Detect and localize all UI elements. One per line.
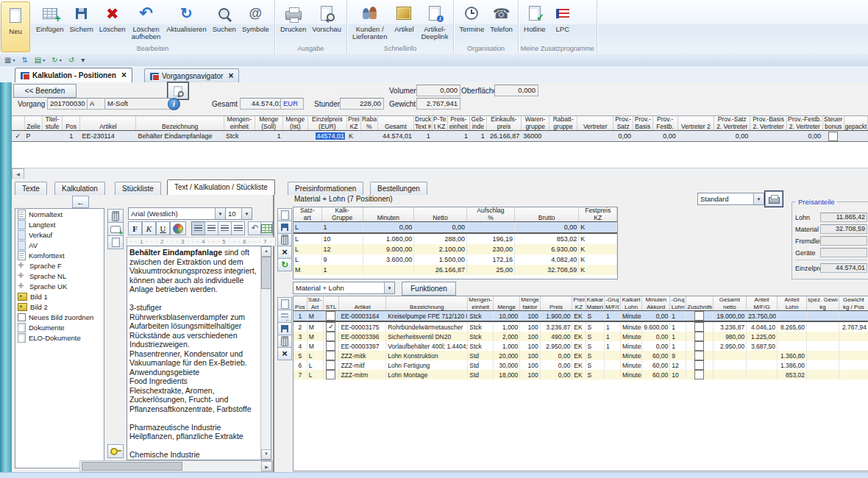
cell[interactable]: Stck (468, 311, 494, 322)
cell[interactable]: L (294, 254, 321, 265)
cell[interactable] (839, 311, 868, 322)
column-header[interactable]: Satz-Art (307, 296, 323, 311)
cell[interactable]: 9 (670, 351, 686, 360)
info-icon[interactable]: i (168, 98, 180, 110)
column-header[interactable]: Mengen-einheit (224, 116, 255, 131)
cell[interactable] (839, 332, 868, 341)
ribbon-button-printer[interactable]: Drucken (277, 0, 309, 34)
cell[interactable]: 12 (321, 244, 363, 254)
cell[interactable] (713, 351, 747, 360)
cell[interactable]: 60,00 (642, 360, 670, 370)
cell[interactable] (633, 131, 652, 142)
cell[interactable] (686, 370, 713, 379)
cell[interactable]: K (579, 222, 617, 234)
cell[interactable]: 8.265,60 (778, 321, 807, 332)
column-header[interactable]: FestpreisKZ (579, 207, 617, 222)
cell[interactable]: 0,00 (363, 222, 414, 234)
cell[interactable] (844, 131, 867, 142)
cell[interactable]: 4.046,10 (747, 321, 778, 332)
cell[interactable] (686, 311, 713, 322)
column-header[interactable]: Waren-gruppe (522, 116, 549, 131)
cell[interactable]: S (586, 311, 605, 322)
column-header[interactable]: Prov.-Satz2. Vertreter (714, 116, 750, 131)
cell[interactable] (839, 341, 868, 351)
preset-combo[interactable]: Standard▼ (697, 193, 764, 205)
checkbox[interactable] (694, 370, 704, 379)
cell[interactable]: Rohrbündelwärmetauscher (386, 321, 468, 332)
checkbox[interactable] (326, 311, 335, 321)
text-panel-hscrollbar[interactable]: ▶ (79, 460, 273, 472)
cell[interactable] (713, 360, 747, 370)
cell[interactable]: 10,000 (493, 311, 519, 322)
cell[interactable]: M (307, 321, 323, 332)
cell[interactable] (323, 321, 339, 332)
close-icon[interactable] (228, 73, 233, 80)
cell[interactable]: 2.767,94 (839, 321, 868, 332)
cell[interactable]: 1.386,00 (778, 360, 807, 370)
cell[interactable]: 100 (520, 321, 540, 332)
cell[interactable]: 20,000 (493, 351, 519, 360)
column-header[interactable]: -GruppM/F/G (605, 296, 621, 311)
ribbon-button-pagecheck[interactable]: Hotline (521, 0, 549, 34)
recalc-button[interactable] (277, 258, 292, 271)
cell[interactable] (807, 311, 839, 322)
cell[interactable] (432, 131, 447, 142)
cell[interactable]: 0,00 (652, 131, 677, 142)
cell[interactable]: 100 (520, 332, 540, 341)
scroll-left-icon[interactable]: ◀ (12, 168, 24, 179)
cell[interactable]: 196,19 (466, 233, 514, 244)
cell[interactable]: 1 (469, 131, 486, 142)
cell[interactable]: S (586, 351, 605, 360)
new-detail-row-button[interactable] (277, 297, 292, 310)
cell[interactable] (778, 341, 807, 351)
checkbox[interactable] (326, 351, 335, 360)
cell[interactable]: M (307, 311, 323, 322)
sync-button[interactable]: ↺ (67, 55, 76, 65)
insert-table-button[interactable] (260, 221, 273, 235)
cell[interactable] (807, 341, 839, 351)
cell[interactable]: 230,00 (466, 244, 514, 254)
column-header[interactable]: Kalk-Gruppe (321, 207, 363, 222)
cell[interactable]: 1 (294, 311, 307, 322)
cell[interactable] (323, 311, 339, 322)
cell[interactable]: Std (468, 351, 494, 360)
cell[interactable]: 100 (520, 311, 540, 322)
align-right-button[interactable] (218, 221, 232, 235)
cell[interactable]: EE-230114 (80, 131, 136, 142)
column-header[interactable]: Steuer-bonus (823, 116, 844, 131)
cell[interactable]: EE-00003397 (339, 341, 386, 351)
cell[interactable]: 1 (605, 311, 621, 322)
column-header[interactable]: Pos (294, 296, 307, 311)
delete-row-button[interactable] (277, 233, 292, 246)
column-header[interactable]: STL (323, 296, 339, 311)
cell[interactable]: 1 (605, 321, 621, 332)
ribbon-button-refreshbig[interactable]: Aktualisieren (163, 0, 209, 34)
cell[interactable]: L (307, 351, 323, 360)
cell[interactable] (807, 370, 839, 379)
cell[interactable] (686, 332, 713, 341)
cell[interactable]: 5 (294, 351, 307, 360)
cell[interactable]: Sicherheitsventil DN20 (386, 332, 468, 341)
cell[interactable]: 0,00 (540, 370, 572, 379)
cell[interactable]: 3.236,87 (540, 321, 572, 332)
ribbon-button-tableadd[interactable]: Einfügen (33, 0, 67, 34)
italic-button[interactable]: K (142, 221, 156, 235)
cell[interactable]: 0,00 (540, 360, 572, 370)
cell[interactable]: 1 (605, 332, 621, 341)
table-row[interactable]: 3MEE-00003396Sicherheitsventil DN20Stck2… (294, 332, 868, 341)
cell[interactable] (747, 351, 778, 360)
tab-texte[interactable]: Texte (15, 182, 47, 196)
cell[interactable]: 1 (605, 341, 621, 351)
cell[interactable] (807, 351, 839, 360)
column-header[interactable]: Pos (62, 116, 80, 131)
cell[interactable]: EK (572, 332, 586, 341)
cell[interactable]: K (579, 233, 617, 244)
column-header[interactable]: Mengen-einheit (468, 296, 494, 311)
cell[interactable]: 10 (670, 370, 686, 379)
checkbox[interactable] (828, 132, 838, 141)
checkbox[interactable] (326, 370, 335, 379)
column-header[interactable]: Satz-art (294, 207, 321, 222)
cell[interactable]: 60,00 (642, 351, 670, 360)
tab-preisinformationen[interactable]: Preisinformationen (288, 182, 363, 196)
column-header[interactable]: Artikel (339, 296, 386, 311)
